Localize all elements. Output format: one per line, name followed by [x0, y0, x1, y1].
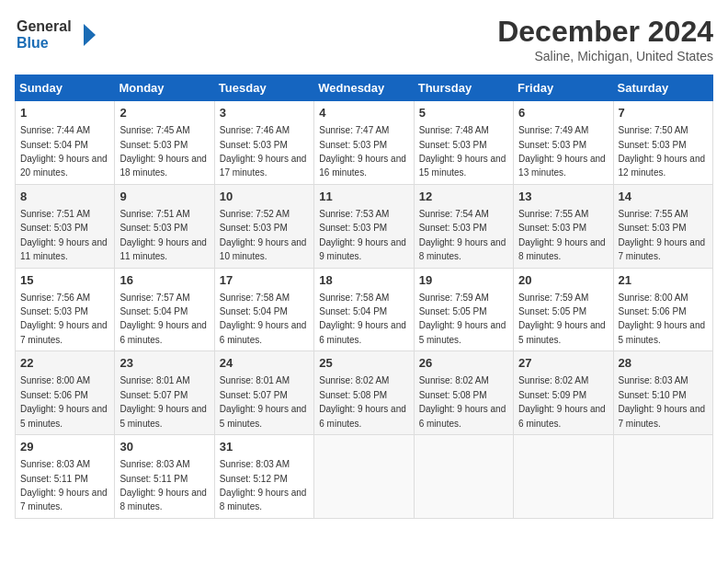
day-number: 26 — [419, 355, 508, 372]
day-number: 8 — [20, 189, 109, 205]
day-info: Sunrise: 7:44 AMSunset: 5:04 PMDaylight:… — [20, 125, 108, 178]
day-number: 21 — [619, 272, 708, 289]
header-row: Sunday Monday Tuesday Wednesday Thursday… — [16, 75, 713, 101]
day-info: Sunrise: 8:00 AMSunset: 5:06 PMDaylight:… — [20, 375, 108, 428]
day-info: Sunrise: 8:01 AMSunset: 5:07 PMDaylight:… — [220, 375, 307, 428]
day-info: Sunrise: 7:51 AMSunset: 5:03 PMDaylight:… — [20, 209, 108, 261]
calendar-cell: 24 Sunrise: 8:01 AMSunset: 5:07 PMDaylig… — [214, 351, 313, 435]
calendar-cell: 12 Sunrise: 7:54 AMSunset: 5:03 PMDaylig… — [414, 184, 513, 268]
day-number: 6 — [518, 105, 608, 121]
day-number: 12 — [419, 189, 508, 205]
calendar-cell: 18 Sunrise: 7:58 AMSunset: 5:04 PMDaylig… — [314, 268, 414, 351]
calendar-cell: 4 Sunrise: 7:47 AMSunset: 5:03 PMDayligh… — [314, 101, 414, 185]
calendar-cell: 27 Sunrise: 8:02 AMSunset: 5:09 PMDaylig… — [514, 351, 613, 435]
calendar-cell: 3 Sunrise: 7:46 AMSunset: 5:03 PMDayligh… — [214, 101, 313, 185]
logo: General Blue — [15, 15, 97, 55]
day-number: 15 — [20, 272, 109, 289]
calendar-cell: 6 Sunrise: 7:49 AMSunset: 5:03 PMDayligh… — [514, 101, 613, 185]
day-number: 18 — [319, 272, 408, 289]
calendar-table: Sunday Monday Tuesday Wednesday Thursday… — [15, 75, 713, 519]
calendar-cell: 2 Sunrise: 7:45 AMSunset: 5:03 PMDayligh… — [115, 101, 214, 185]
calendar-cell: 21 Sunrise: 8:00 AMSunset: 5:06 PMDaylig… — [613, 268, 712, 351]
svg-text:Blue: Blue — [17, 35, 49, 51]
day-number: 20 — [518, 272, 608, 289]
week-row-4: 22 Sunrise: 8:00 AMSunset: 5:06 PMDaylig… — [16, 351, 713, 435]
calendar-cell — [314, 435, 414, 519]
day-info: Sunrise: 7:48 AMSunset: 5:03 PMDaylight:… — [419, 125, 506, 178]
day-info: Sunrise: 7:50 AMSunset: 5:03 PMDaylight:… — [619, 125, 706, 178]
calendar-cell: 10 Sunrise: 7:52 AMSunset: 5:03 PMDaylig… — [214, 184, 313, 268]
day-info: Sunrise: 8:03 AMSunset: 5:11 PMDaylight:… — [20, 459, 108, 511]
calendar-cell — [414, 435, 513, 519]
day-info: Sunrise: 8:03 AMSunset: 5:10 PMDaylight:… — [619, 375, 706, 428]
calendar-cell: 23 Sunrise: 8:01 AMSunset: 5:07 PMDaylig… — [115, 351, 214, 435]
day-info: Sunrise: 7:51 AMSunset: 5:03 PMDaylight:… — [119, 209, 207, 261]
day-number: 3 — [220, 105, 309, 121]
header: General Blue December 2024 Saline, Michi… — [15, 15, 713, 63]
day-number: 2 — [119, 105, 209, 121]
calendar-cell: 15 Sunrise: 7:56 AMSunset: 5:03 PMDaylig… — [16, 268, 115, 351]
day-info: Sunrise: 7:47 AMSunset: 5:03 PMDaylight:… — [319, 125, 406, 178]
calendar-cell — [514, 435, 613, 519]
col-sunday: Sunday — [16, 75, 115, 101]
day-number: 10 — [220, 189, 309, 205]
calendar-cell: 13 Sunrise: 7:55 AMSunset: 5:03 PMDaylig… — [514, 184, 613, 268]
col-wednesday: Wednesday — [314, 75, 414, 101]
col-thursday: Thursday — [414, 75, 513, 101]
calendar-cell: 31 Sunrise: 8:03 AMSunset: 5:12 PMDaylig… — [214, 435, 313, 519]
day-number: 11 — [319, 189, 408, 205]
calendar-cell: 14 Sunrise: 7:55 AMSunset: 5:03 PMDaylig… — [613, 184, 712, 268]
calendar-cell: 22 Sunrise: 8:00 AMSunset: 5:06 PMDaylig… — [16, 351, 115, 435]
day-info: Sunrise: 7:55 AMSunset: 5:03 PMDaylight:… — [619, 209, 706, 261]
day-info: Sunrise: 7:52 AMSunset: 5:03 PMDaylight:… — [220, 209, 307, 261]
day-number: 13 — [518, 189, 608, 205]
svg-marker-2 — [84, 24, 96, 46]
calendar-cell: 29 Sunrise: 8:03 AMSunset: 5:11 PMDaylig… — [16, 435, 115, 519]
day-number: 23 — [119, 355, 209, 372]
calendar-cell: 17 Sunrise: 7:58 AMSunset: 5:04 PMDaylig… — [214, 268, 313, 351]
day-number: 1 — [20, 105, 109, 121]
day-number: 27 — [518, 355, 608, 372]
calendar-cell: 16 Sunrise: 7:57 AMSunset: 5:04 PMDaylig… — [115, 268, 214, 351]
day-info: Sunrise: 7:53 AMSunset: 5:03 PMDaylight:… — [319, 209, 406, 261]
calendar-cell: 19 Sunrise: 7:59 AMSunset: 5:05 PMDaylig… — [414, 268, 513, 351]
svg-text:General: General — [17, 18, 72, 34]
week-row-2: 8 Sunrise: 7:51 AMSunset: 5:03 PMDayligh… — [16, 184, 713, 268]
calendar-cell: 9 Sunrise: 7:51 AMSunset: 5:03 PMDayligh… — [115, 184, 214, 268]
day-number: 24 — [220, 355, 309, 372]
title-area: December 2024 Saline, Michigan, United S… — [497, 15, 713, 63]
day-info: Sunrise: 7:56 AMSunset: 5:03 PMDaylight:… — [20, 293, 108, 345]
day-number: 4 — [319, 105, 408, 121]
calendar-cell: 26 Sunrise: 8:02 AMSunset: 5:08 PMDaylig… — [414, 351, 513, 435]
day-number: 16 — [119, 272, 209, 289]
day-info: Sunrise: 7:46 AMSunset: 5:03 PMDaylight:… — [220, 125, 307, 178]
day-info: Sunrise: 8:03 AMSunset: 5:11 PMDaylight:… — [119, 459, 207, 511]
day-number: 19 — [419, 272, 508, 289]
calendar-cell: 25 Sunrise: 8:02 AMSunset: 5:08 PMDaylig… — [314, 351, 414, 435]
page-subtitle: Saline, Michigan, United States — [497, 49, 713, 63]
day-number: 22 — [20, 355, 109, 372]
day-info: Sunrise: 8:03 AMSunset: 5:12 PMDaylight:… — [220, 459, 307, 511]
day-number: 31 — [220, 439, 309, 455]
calendar-cell: 5 Sunrise: 7:48 AMSunset: 5:03 PMDayligh… — [414, 101, 513, 185]
calendar-cell: 28 Sunrise: 8:03 AMSunset: 5:10 PMDaylig… — [613, 351, 712, 435]
day-info: Sunrise: 7:49 AMSunset: 5:03 PMDaylight:… — [518, 125, 606, 178]
day-number: 28 — [619, 355, 708, 372]
calendar-cell: 8 Sunrise: 7:51 AMSunset: 5:03 PMDayligh… — [16, 184, 115, 268]
week-row-3: 15 Sunrise: 7:56 AMSunset: 5:03 PMDaylig… — [16, 268, 713, 351]
day-info: Sunrise: 8:01 AMSunset: 5:07 PMDaylight:… — [119, 375, 207, 428]
week-row-1: 1 Sunrise: 7:44 AMSunset: 5:04 PMDayligh… — [16, 101, 713, 185]
day-number: 29 — [20, 439, 109, 455]
day-number: 30 — [119, 439, 209, 455]
col-saturday: Saturday — [613, 75, 712, 101]
day-info: Sunrise: 7:45 AMSunset: 5:03 PMDaylight:… — [119, 125, 207, 178]
calendar-cell: 11 Sunrise: 7:53 AMSunset: 5:03 PMDaylig… — [314, 184, 414, 268]
day-number: 14 — [619, 189, 708, 205]
day-number: 7 — [619, 105, 708, 121]
calendar-cell: 30 Sunrise: 8:03 AMSunset: 5:11 PMDaylig… — [115, 435, 214, 519]
calendar-cell: 7 Sunrise: 7:50 AMSunset: 5:03 PMDayligh… — [613, 101, 712, 185]
day-info: Sunrise: 7:55 AMSunset: 5:03 PMDaylight:… — [518, 209, 606, 261]
day-info: Sunrise: 8:02 AMSunset: 5:08 PMDaylight:… — [319, 375, 406, 428]
day-info: Sunrise: 8:02 AMSunset: 5:09 PMDaylight:… — [518, 375, 606, 428]
day-number: 17 — [220, 272, 309, 289]
